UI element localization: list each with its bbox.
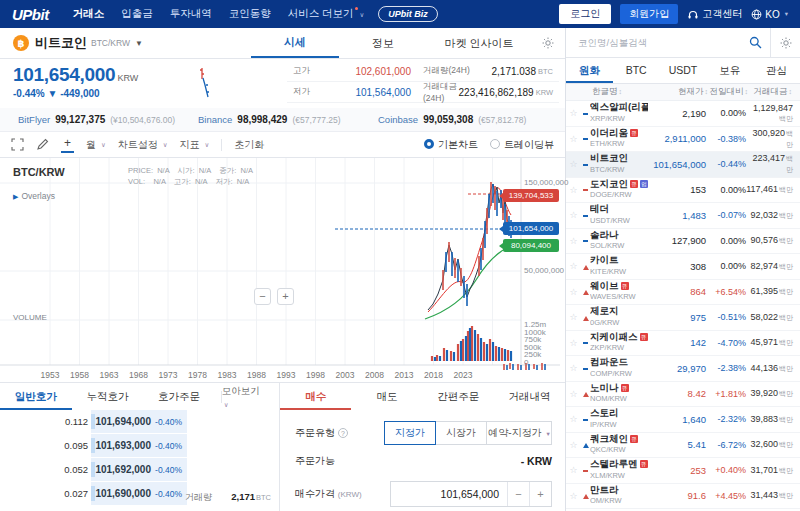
column-price[interactable]: 현재가↕ xyxy=(650,86,708,98)
ask-row[interactable]: 0.052101,692,000-0.40% xyxy=(0,458,279,481)
column-name[interactable]: 한글명↕ xyxy=(566,86,650,98)
fullscreen-icon[interactable] xyxy=(11,138,24,151)
tab-price[interactable]: 시세 xyxy=(251,28,339,58)
favorite-star-icon[interactable]: ☆ xyxy=(566,261,581,271)
indicators-dropdown[interactable]: 지표∨ xyxy=(180,138,210,152)
ask-row[interactable]: 0.095101,693,000-0.40% xyxy=(0,434,279,457)
tab-quick-order[interactable]: 간편주문 xyxy=(423,383,494,410)
buy-price-input[interactable]: 101,654,000 − + xyxy=(390,481,552,507)
favorite-star-icon[interactable]: ☆ xyxy=(566,287,581,297)
search-button[interactable] xyxy=(749,36,770,49)
coin-row-sol-krw[interactable]: ☆솔라나SOL/KRW127,9000.00%90,576백만 xyxy=(566,229,800,255)
favorite-star-icon[interactable]: ☆ xyxy=(566,159,581,169)
settings-button[interactable] xyxy=(531,28,565,58)
tab-market-insight[interactable]: 마켓 인사이트 xyxy=(427,28,531,58)
coin-row-0g-krw[interactable]: ☆제로지0G/KRW975-0.51%58,022백만 xyxy=(566,305,800,331)
language-selector[interactable]: KO▾ xyxy=(751,9,788,20)
sidebar-settings-button[interactable] xyxy=(770,28,800,57)
favorite-star-icon[interactable]: ☆ xyxy=(566,389,581,399)
coin-change: -0.38% xyxy=(706,134,746,144)
tab-orderbook-order[interactable]: 호가주문 xyxy=(143,383,215,410)
zoom-in-button[interactable]: + xyxy=(277,288,294,305)
price-chart[interactable]: BTC/KRW PRICE: N/A 시가: N/A 종가: N/AVOL: N… xyxy=(0,158,565,383)
draw-icon[interactable] xyxy=(36,138,49,151)
favorite-star-icon[interactable]: ☆ xyxy=(566,414,581,424)
market-order-button[interactable]: 시장가 xyxy=(435,421,487,445)
column-volume[interactable]: 거래대금↕ xyxy=(748,86,800,98)
coin-row-xrp-krw[interactable]: ☆엑스알피(리플)XRP/KRW2,1900.00%1,129,847백만 xyxy=(566,101,800,127)
exchange-bitflyer[interactable]: BitFlyer99,127,375(¥10,504,676.00) xyxy=(18,114,198,125)
tab-buy[interactable]: 매수 xyxy=(280,383,351,410)
market-tab-krw[interactable]: 원화 xyxy=(566,58,613,83)
login-button[interactable]: 로그인 xyxy=(559,4,611,24)
coin-row-comp-krw[interactable]: ☆컴파운드COMP/KRW29,970-2.38%44,136백만 xyxy=(566,356,800,382)
favorite-star-icon[interactable]: ☆ xyxy=(566,236,581,246)
favorite-star-icon[interactable]: ☆ xyxy=(566,108,581,118)
change-marker-icon xyxy=(583,215,588,217)
tab-orderbook[interactable]: 일반호가 xyxy=(0,383,72,410)
coin-row-xlm-krw[interactable]: ☆스텔라루멘유XLM/KRW253+0.40%31,701백만 xyxy=(566,458,800,484)
coin-row-waves-krw[interactable]: ☆웨이브유WAVES/KRW864+6.54%61,395백만 xyxy=(566,280,800,306)
chart-settings-dropdown[interactable]: 차트설정∨ xyxy=(118,138,168,152)
favorite-star-icon[interactable]: ☆ xyxy=(566,312,581,322)
nav-item-investments[interactable]: 투자내역 xyxy=(170,7,212,21)
tab-history[interactable]: 거래내역 xyxy=(494,383,565,410)
favorite-star-icon[interactable]: ☆ xyxy=(566,465,581,475)
upbit-biz-button[interactable]: UPbit Biz xyxy=(378,6,438,22)
coin-row-ip-krw[interactable]: ☆스토리IP/KRW1,640-2.32%39,883백만 xyxy=(566,407,800,433)
chevron-down-icon: ∨ xyxy=(101,141,106,149)
coin-row-btc-krw[interactable]: ☆비트코인BTC/KRW101,654,000-0.44%223,417백만 xyxy=(566,152,800,178)
coin-row-qkc-krw[interactable]: ☆쿼크체인유QKC/KRW5.41-6.72%32,600백만 xyxy=(566,433,800,459)
search-field[interactable] xyxy=(566,28,770,57)
exchange-binance[interactable]: Binance98,998,429(€57,777.25) xyxy=(198,114,378,125)
decrease-price-button[interactable]: − xyxy=(507,482,529,506)
depth-bar xyxy=(91,462,95,477)
coin-row-usdt-krw[interactable]: ☆테더USDT/KRW1,483-0.07%92,032백만 xyxy=(566,203,800,229)
exchange-coinbase[interactable]: Coinbase99,059,308(€57,812.78) xyxy=(378,114,558,125)
signup-button[interactable]: 회원가입 xyxy=(620,4,678,24)
coin-dropdown-icon[interactable]: ▼ xyxy=(135,39,143,48)
nav-item-more-services[interactable]: 서비스 더보기∨ xyxy=(288,7,365,21)
collapse-toggle[interactable]: 모아보기 ∨ xyxy=(222,385,279,409)
market-tab-btc[interactable]: BTC xyxy=(613,58,660,83)
market-tab-favorites[interactable]: 관심 xyxy=(753,58,800,83)
coin-row-om-krw[interactable]: ☆만트라OM/KRW91.6+4.45%31,443백만 xyxy=(566,484,800,510)
support-link[interactable]: 고객센터 xyxy=(687,7,742,21)
upbit-logo[interactable]: UPbit xyxy=(12,6,49,23)
nav-item-exchange[interactable]: 거래소 xyxy=(73,7,105,21)
favorite-star-icon[interactable]: ☆ xyxy=(566,440,581,450)
nav-item-coin-trends[interactable]: 코인동향 xyxy=(229,7,271,21)
info-icon[interactable]: ? xyxy=(338,428,348,438)
column-change[interactable]: 전일대비↕ xyxy=(708,86,748,98)
nav-item-deposit[interactable]: 입출금 xyxy=(121,7,153,21)
radio-tradingview[interactable]: 트레이딩뷰 xyxy=(490,138,554,152)
limit-order-button[interactable]: 지정가 xyxy=(384,421,436,445)
tab-info[interactable]: 정보 xyxy=(339,28,427,58)
increase-price-button[interactable]: + xyxy=(529,482,551,506)
search-input[interactable] xyxy=(576,36,749,49)
overlays-toggle[interactable]: ▶Overlays xyxy=(13,191,55,201)
market-tab-usdt[interactable]: USDT xyxy=(660,58,707,83)
coin-row-kite-krw[interactable]: ☆카이트KITE/KRW3080.00%82,974백만 xyxy=(566,254,800,280)
coin-row-eth-krw[interactable]: ☆이더리움유ETH/KRW2,911,000-0.38%300,920백만 xyxy=(566,127,800,153)
market-tab-holdings[interactable]: 보유 xyxy=(706,58,753,83)
ask-row[interactable]: 0.112101,694,000-0.40% xyxy=(0,410,279,433)
coin-row-nom-krw[interactable]: ☆노미나유NOM/KRW8.42+1.81%39,920백만 xyxy=(566,382,800,408)
radio-basic-chart[interactable]: 기본차트 xyxy=(424,138,478,152)
add-chart-icon[interactable]: + xyxy=(61,136,74,153)
favorite-star-icon[interactable]: ☆ xyxy=(566,134,581,144)
favorite-star-icon[interactable]: ☆ xyxy=(566,338,581,348)
period-dropdown[interactable]: 월∨ xyxy=(86,138,106,152)
reserved-order-button[interactable]: 예약-지정가 ▾ xyxy=(486,421,552,445)
reset-button[interactable]: 초기화 xyxy=(234,138,264,152)
favorite-star-icon[interactable]: ☆ xyxy=(566,363,581,373)
tab-sell[interactable]: 매도 xyxy=(351,383,422,410)
zoom-out-button[interactable]: − xyxy=(254,288,271,305)
tab-cumulative[interactable]: 누적호가 xyxy=(72,383,144,410)
favorite-star-icon[interactable]: ☆ xyxy=(566,210,581,220)
coin-row-doge-krw[interactable]: ☆도지코인유업DOGE/KRW1530.00%117,461백만 xyxy=(566,178,800,204)
coin-row-zkp-krw[interactable]: ☆지케이패스유ZKP/KRW142-4.70%45,971백만 xyxy=(566,331,800,357)
buy-price-value[interactable]: 101,654,000 xyxy=(391,488,507,500)
x-axis-tick: 1953 xyxy=(41,370,60,380)
favorite-star-icon[interactable]: ☆ xyxy=(566,491,581,501)
